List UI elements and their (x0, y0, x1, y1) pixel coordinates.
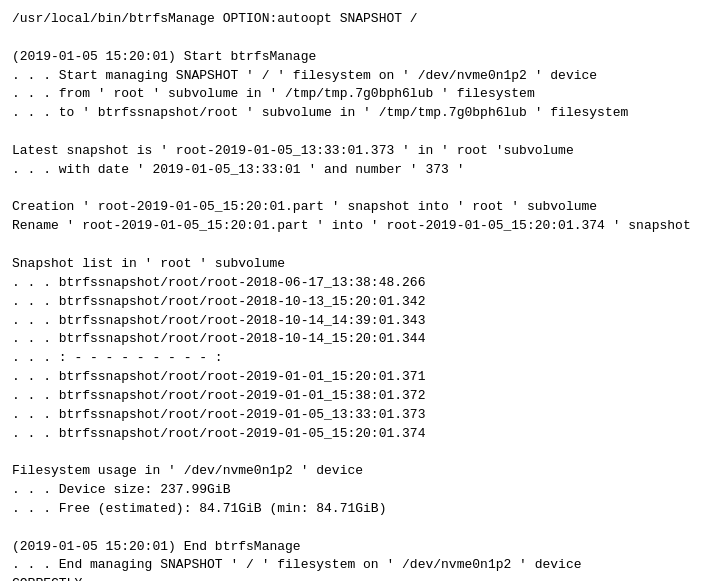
terminal-output: /usr/local/bin/btrfsManage OPTION:autoop… (12, 10, 693, 581)
